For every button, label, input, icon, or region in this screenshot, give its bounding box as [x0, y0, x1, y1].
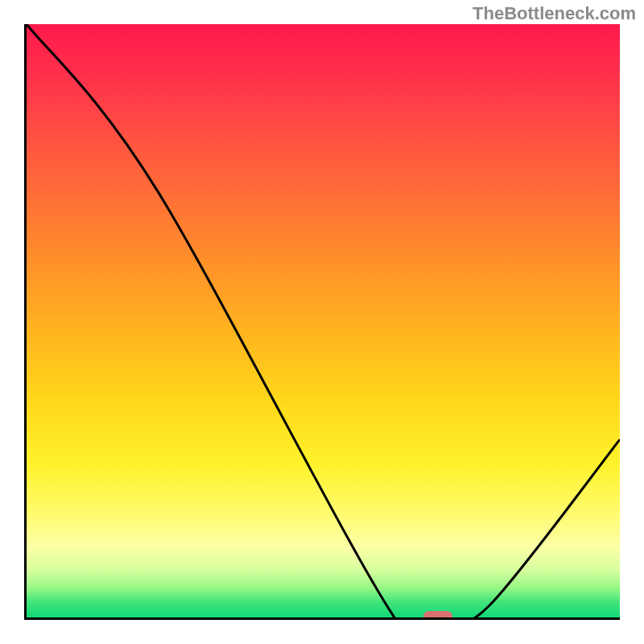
chart-plot-area: [24, 24, 620, 620]
chart-curve-path: [27, 24, 620, 617]
chart-curve: [27, 24, 620, 617]
attribution-text: TheBottleneck.com: [473, 3, 636, 24]
chart-marker-pill: [423, 611, 452, 620]
